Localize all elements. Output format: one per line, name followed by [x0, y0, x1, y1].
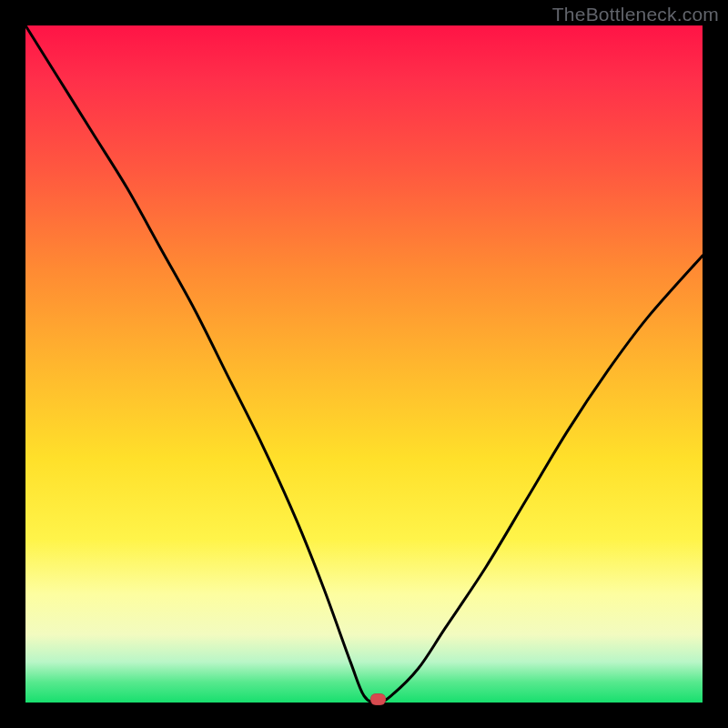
plot-area — [25, 25, 703, 703]
watermark-text: TheBottleneck.com — [552, 4, 719, 25]
optimal-point-marker — [370, 693, 386, 705]
bottleneck-curve — [25, 25, 703, 703]
chart-frame: TheBottleneck.com — [0, 0, 728, 728]
